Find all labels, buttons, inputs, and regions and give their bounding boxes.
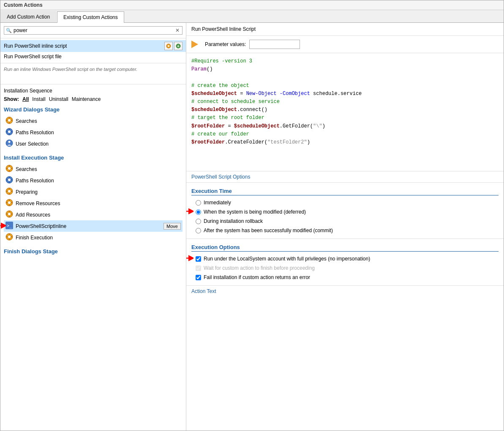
paths-install-label: Paths Resolution [16,178,181,184]
execution-time-section: Execution Time Immediately When the syst… [186,183,504,239]
stage-item-searches-wizard[interactable]: Searches [4,115,183,127]
arrow-localsystem [186,254,193,264]
show-label: Show: [4,96,19,102]
svg-rect-44 [9,211,10,212]
show-filter-bar: Show: All Install Uninstall Maintenance [4,96,183,102]
radio-commit-input[interactable] [196,228,201,233]
stage-item-finish-execution[interactable]: Finish Execution [4,232,183,243]
tab-add-custom-action[interactable]: Add Custom Action [0,11,56,22]
ps-options-link[interactable]: PowerShell Script Options [186,171,504,183]
svg-point-43 [8,213,11,215]
svg-rect-53 [9,233,10,235]
svg-rect-23 [11,168,13,169]
execution-options-section: Execution Options Run under the LocalSys… [186,239,504,286]
show-all[interactable]: All [22,96,29,102]
param-row: Parameter values: [186,36,504,53]
finish-execution-icon [5,233,13,242]
arrow-left [0,221,6,231]
gear-configure-icon [166,43,172,49]
checkbox-localsystem[interactable]: Run under the LocalSystem account with f… [196,256,499,262]
add-resources-label: Add Resources [16,212,181,218]
install-execution-stage-title: Install Execution Stage [4,155,183,161]
radio-deferred-row: When the system is being modified (defer… [196,209,499,215]
action-item-label: Run PowerShell inline script [4,43,164,49]
svg-rect-12 [9,128,10,130]
installation-sequence-title: Installation Sequence [4,88,183,94]
svg-rect-28 [6,179,8,180]
svg-point-31 [8,190,11,192]
action-item-icons: + [164,42,183,50]
checkbox-fail[interactable]: Fail installation if custom action retur… [196,274,499,280]
search-input[interactable] [14,27,174,33]
arrow-right [186,207,193,217]
radio-rollback[interactable]: During installation rollback [196,218,499,224]
powershell-script-inline-row: >_ PowerShellScriptInline Move [4,220,183,232]
svg-rect-55 [6,236,8,237]
action-text-link[interactable]: Action Text [186,286,504,297]
finish-execution-label: Finish Execution [16,235,181,241]
svg-point-11 [8,130,11,133]
svg-point-52 [8,236,11,238]
svg-rect-32 [9,188,10,190]
searches-wizard-icon [5,117,13,125]
searches-install-label: Searches [16,166,181,172]
svg-rect-46 [6,214,8,214]
svg-rect-54 [9,239,10,240]
svg-point-5 [8,119,11,122]
radio-commit[interactable]: After the system has been successfully m… [196,228,499,233]
action-item-powershell-inline[interactable]: Run PowerShell inline script + [0,40,186,52]
installation-sequence: Installation Sequence Show: All Install … [0,84,186,431]
radio-deferred-input[interactable] [196,209,201,215]
svg-rect-41 [11,202,13,203]
user-selection-label: User Selection [16,141,181,147]
remove-resources-label: Remove Resources [16,201,181,206]
add-configure-icon: + [175,43,181,49]
stage-item-searches-install[interactable]: Searches [4,163,183,175]
show-uninstall[interactable]: Uninstall [49,96,68,102]
wizard-dialogs-stage-title: Wizard Dialogs Stage [4,106,183,113]
action-configure-icon[interactable] [164,42,173,50]
checkbox-localsystem-input[interactable] [196,256,201,262]
search-clear-icon[interactable]: ✕ [174,27,180,33]
radio-immediately[interactable]: Immediately [196,200,499,206]
execution-options-checkboxes: Run under the LocalSystem account with f… [196,256,499,280]
play-triangle-icon [191,41,198,48]
action-list: Run PowerShell inline script + [0,38,186,63]
main-window: Custom Actions Add Custom Action Existin… [0,0,504,431]
svg-rect-9 [11,120,13,121]
stage-item-paths-wizard[interactable]: Paths Resolution [4,127,183,138]
code-editor[interactable]: #Requires -version 3 Param() # create th… [186,53,504,171]
move-button[interactable]: Move [163,223,181,230]
radio-deferred[interactable]: When the system is being modified (defer… [196,209,499,215]
svg-rect-26 [9,176,10,178]
param-label: Parameter values: [205,41,246,47]
stage-item-powershell-inline[interactable]: >_ PowerShellScriptInline Move [4,220,183,232]
execution-time-title: Execution Time [191,188,499,195]
play-button[interactable] [191,39,202,49]
execution-options-title: Execution Options [191,244,499,252]
svg-rect-35 [11,191,13,192]
radio-rollback-input[interactable] [196,219,201,224]
action-add-icon[interactable]: + [174,42,183,50]
svg-point-1 [168,45,169,47]
search-box: 🔍 ✕ [4,26,183,35]
add-resources-icon [5,210,13,219]
user-selection-icon [5,139,13,148]
window-title: Custom Actions [4,2,43,8]
stage-item-remove-resources[interactable]: Remove Resources [4,198,183,209]
stage-item-paths-install[interactable]: Paths Resolution [4,175,183,186]
param-input[interactable] [249,40,300,49]
action-item-label-file: Run PowerShell script file [4,54,183,60]
svg-rect-39 [9,204,10,206]
checkbox-fail-input[interactable] [196,275,201,280]
radio-immediately-input[interactable] [196,200,201,206]
stage-item-user-selection[interactable]: User Selection [4,138,183,149]
show-maintenance[interactable]: Maintenance [72,96,101,102]
stage-item-preparing[interactable]: Preparing [4,186,183,198]
tab-existing-custom-actions[interactable]: Existing Custom Actions [57,11,124,23]
action-item-powershell-file[interactable]: Run PowerShell script file [0,52,186,61]
svg-rect-56 [11,236,13,237]
action-description: Run an inline Windows PowerShell script … [0,63,186,84]
show-install[interactable]: Install [32,96,45,102]
stage-item-add-resources[interactable]: Add Resources [4,209,183,220]
